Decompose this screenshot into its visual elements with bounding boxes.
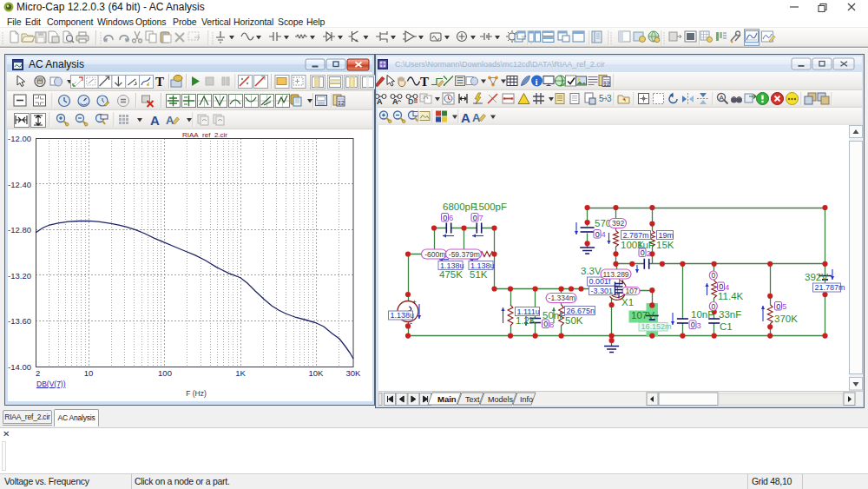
svg-text:4: 4 xyxy=(725,282,729,292)
svg-text:T: T xyxy=(420,75,429,89)
svg-text:107V: 107V xyxy=(631,310,654,320)
svg-text:2.787m: 2.787m xyxy=(623,231,649,240)
svg-text:15K: 15K xyxy=(656,240,674,250)
svg-text:C1: C1 xyxy=(720,321,733,332)
svg-text:-600m: -600m xyxy=(424,250,445,259)
svg-text:-59.379m: -59.379m xyxy=(449,250,480,259)
svg-text:i: i xyxy=(536,76,538,87)
svg-text:0: 0 xyxy=(776,302,780,311)
svg-text:3.3V: 3.3V xyxy=(581,266,602,276)
svg-text:Info: Info xyxy=(520,395,533,404)
svg-text:X1: X1 xyxy=(621,297,634,307)
svg-text:1.138u: 1.138u xyxy=(391,311,415,320)
svg-text:0: 0 xyxy=(719,282,723,291)
svg-text:3: 3 xyxy=(697,320,701,330)
svg-text:0: 0 xyxy=(443,214,447,222)
svg-text:0: 0 xyxy=(543,320,548,328)
svg-text:D: D xyxy=(408,97,414,106)
svg-text:A: A xyxy=(461,110,470,125)
svg-text:-3.301: -3.301 xyxy=(591,287,614,295)
svg-text:1.138u: 1.138u xyxy=(470,261,495,270)
svg-text:10nF: 10nF xyxy=(691,309,713,320)
svg-text:21.787m: 21.787m xyxy=(815,283,845,292)
svg-text:1.2K: 1.2K xyxy=(516,315,536,326)
svg-text:8: 8 xyxy=(549,320,554,329)
svg-text:Text: Text xyxy=(465,395,480,404)
svg-text:113.289: 113.289 xyxy=(603,270,629,279)
svg-text:+: + xyxy=(412,298,417,306)
svg-text:Models: Models xyxy=(488,395,514,404)
svg-text:Main: Main xyxy=(437,394,457,404)
svg-text:107: 107 xyxy=(626,287,638,295)
svg-text:0: 0 xyxy=(641,248,645,257)
svg-text:16.152m: 16.152m xyxy=(641,322,672,331)
svg-text:1500pF: 1500pF xyxy=(473,202,507,212)
svg-text:370K: 370K xyxy=(774,314,798,324)
svg-text:6800pF: 6800pF xyxy=(443,202,477,212)
svg-text:A: A xyxy=(392,97,398,106)
svg-text:4: 4 xyxy=(602,229,606,239)
svg-text:0: 0 xyxy=(712,271,716,280)
svg-text:392V: 392V xyxy=(805,272,828,282)
svg-text:5: 5 xyxy=(782,301,786,311)
svg-text:7: 7 xyxy=(479,213,483,222)
svg-text:0: 0 xyxy=(712,302,716,311)
svg-text:19m: 19m xyxy=(659,231,674,240)
svg-text:0: 0 xyxy=(691,320,695,329)
svg-text:392: 392 xyxy=(612,219,624,228)
svg-text:2: 2 xyxy=(647,248,651,258)
svg-text:A: A xyxy=(377,97,383,106)
svg-text:12: 12 xyxy=(603,81,610,87)
svg-text:A: A xyxy=(720,94,725,102)
svg-text:51K: 51K xyxy=(470,269,488,280)
svg-text:50K: 50K xyxy=(565,315,583,326)
svg-text:A: A xyxy=(472,111,481,124)
svg-text:11.4K: 11.4K xyxy=(718,291,744,301)
svg-text:-1.334m: -1.334m xyxy=(549,294,575,302)
svg-text:475K: 475K xyxy=(439,269,463,280)
svg-text:6: 6 xyxy=(449,213,453,222)
svg-text:1.138u: 1.138u xyxy=(440,261,464,270)
svg-text:0: 0 xyxy=(473,214,477,222)
svg-text:1.111u: 1.111u xyxy=(517,307,540,316)
svg-text:33nF: 33nF xyxy=(719,309,741,320)
svg-text:26.675n: 26.675n xyxy=(567,307,595,315)
svg-text:0: 0 xyxy=(595,230,600,239)
svg-text:3: 3 xyxy=(607,94,612,103)
